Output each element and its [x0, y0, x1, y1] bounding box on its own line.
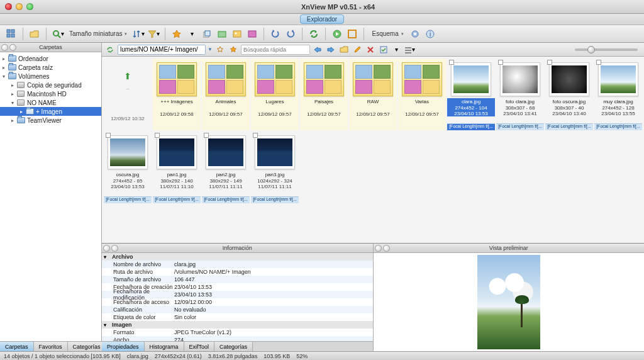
batch-icon[interactable]: [246, 28, 258, 40]
thumb-image[interactable]: foto clara.jpg308x307 - 6823/04/10 13:41…: [496, 59, 544, 130]
settings-icon[interactable]: [409, 28, 421, 40]
thumb-checkbox[interactable]: [596, 60, 601, 65]
thumb-image[interactable]: oscura.jpg274x452 - 8523/04/10 13:53[Foc…: [104, 132, 152, 203]
copy-icon[interactable]: [201, 28, 213, 40]
thumb-checkbox[interactable]: [204, 133, 209, 138]
tree-node[interactable]: ▾Volúmenes: [0, 72, 101, 81]
zoom-in-icon[interactable]: ▾: [52, 28, 64, 40]
info-section-header[interactable]: ▾Archivo: [102, 253, 373, 261]
grid-view-icon[interactable]: [5, 28, 18, 40]
info-panel-header: Información: [102, 244, 373, 253]
fullscreen-icon[interactable]: [346, 28, 358, 40]
view-mode-icon[interactable]: ▾: [391, 44, 402, 55]
tree-node[interactable]: ▸+ Imagen: [0, 107, 101, 116]
tab-exiftool[interactable]: ExifTool: [184, 342, 215, 351]
tab-properties[interactable]: Propiedades: [102, 342, 145, 351]
info-icon[interactable]: i: [424, 28, 436, 40]
thumb-folder[interactable]: Lugares12/09/12 09:57: [251, 59, 299, 130]
tab-explorer[interactable]: Explorador: [300, 14, 344, 24]
tag-icon[interactable]: ▾: [186, 28, 198, 40]
path-dropdown-icon[interactable]: ▼: [208, 47, 213, 52]
info-body[interactable]: ▾ArchivoNombre de archivoclara.jpgRuta d…: [102, 253, 373, 341]
thumb-folder[interactable]: Varias12/09/12 09:57: [398, 59, 446, 130]
svg-rect-7: [205, 31, 210, 36]
layout-dropdown[interactable]: Esquema: [369, 30, 406, 37]
tab-info-categories[interactable]: Categorías: [214, 342, 253, 351]
fav-add-icon[interactable]: [214, 44, 226, 55]
tab-favorites[interactable]: Favoritos: [34, 342, 68, 351]
filter-icon[interactable]: ▾: [147, 28, 160, 40]
panel-minimize-icon[interactable]: [9, 44, 16, 51]
select-all-icon[interactable]: [378, 44, 389, 55]
tree-node[interactable]: ▸TeamViewer: [0, 116, 101, 125]
tree-node[interactable]: ▸Carpeta raíz: [0, 63, 101, 72]
tab-categories[interactable]: Categorías: [68, 342, 106, 351]
thumb-folder[interactable]: Paisajes12/09/12 09:57: [300, 59, 348, 130]
thumb-image[interactable]: muy clara.jpg274x452 - 12823/04/10 13:55…: [594, 59, 642, 130]
zoom-window-button[interactable]: [26, 3, 33, 10]
thumb-folder[interactable]: Animales12/09/12 09:57: [202, 59, 250, 130]
thumb-checkbox[interactable]: [449, 60, 454, 65]
nav-refresh-icon[interactable]: [104, 44, 116, 55]
thumb-checkbox[interactable]: [498, 60, 503, 65]
nav-back-icon[interactable]: [312, 44, 323, 55]
main-area: ▼ ▾ ▾ ⬆..12/09/12 10:32+++ Imágenes12/09…: [102, 43, 644, 351]
info-section-header[interactable]: ▾Imagen: [102, 321, 373, 329]
star-icon[interactable]: [170, 28, 183, 40]
thumb-checkbox[interactable]: [106, 133, 111, 138]
up-arrow-icon: ⬆: [124, 71, 131, 81]
thumb-image[interactable]: pan2.jpg380x292 - 14911/07/11 11:11[Foca…: [202, 132, 250, 203]
preview-panel: Vista preliminar: [374, 244, 645, 351]
main-toolbar: ▾ Tamaño miniaturas ▾ ▾ ▾ Esquema i: [0, 25, 644, 43]
folder-tree[interactable]: ▸Ordenador▸Carpeta raíz▾Volúmenes▸Copia …: [0, 52, 101, 341]
tab-histogram[interactable]: Histograma: [145, 342, 184, 351]
minimize-window-button[interactable]: [16, 3, 23, 10]
rotate-right-icon[interactable]: [284, 28, 297, 40]
thumb-size-dropdown[interactable]: Tamaño miniaturas: [67, 30, 130, 37]
status-dimensions: 274x452x24 (0.61): [155, 353, 202, 359]
thumb-checkbox[interactable]: [253, 133, 258, 138]
tab-folders[interactable]: Carpetas: [0, 342, 34, 351]
thumb-image[interactable]: pan1.jpg380x292 - 14011/07/11 11:10[Foca…: [153, 132, 201, 203]
nav-forward-icon[interactable]: [325, 44, 336, 55]
rotate-left-icon[interactable]: [269, 28, 282, 40]
panel-minimize-icon[interactable]: [111, 245, 118, 252]
tree-node[interactable]: ▸Ordenador: [0, 54, 101, 63]
folder-add-icon[interactable]: [338, 44, 350, 55]
svg-rect-20: [405, 50, 411, 51]
thumb-parent[interactable]: ⬆..12/09/12 10:32: [104, 59, 152, 130]
convert-icon[interactable]: [216, 28, 228, 40]
thumbnail-area[interactable]: ⬆..12/09/12 10:32+++ Imágenes12/09/12 09…: [102, 57, 644, 243]
tree-node[interactable]: ▾NO NAME: [0, 98, 101, 107]
open-icon[interactable]: [28, 28, 41, 40]
tree-node[interactable]: ▸Macintosh HD: [0, 89, 101, 98]
close-window-button[interactable]: [5, 3, 12, 10]
svg-rect-1: [11, 30, 14, 33]
refresh-icon[interactable]: [308, 28, 320, 40]
thumb-image[interactable]: clara.jpg274x452 - 10423/04/10 13:53[Foc…: [447, 59, 495, 130]
search-input[interactable]: [241, 45, 310, 55]
panel-close-icon[interactable]: [103, 245, 110, 252]
delete-icon[interactable]: [365, 44, 376, 55]
thumb-checkbox[interactable]: [155, 133, 160, 138]
fav-icon[interactable]: [228, 44, 239, 55]
sort-icon[interactable]: ▾: [132, 28, 145, 40]
thumb-folder[interactable]: +++ Imágenes12/09/12 09:58: [153, 59, 201, 130]
preview-body[interactable]: [374, 253, 645, 351]
path-input[interactable]: [118, 45, 206, 55]
play-icon[interactable]: [331, 28, 343, 40]
thumb-zoom-slider[interactable]: [575, 48, 638, 51]
thumb-image[interactable]: pan3.jpg1024x292 - 32411/07/11 11:11[Foc…: [251, 132, 299, 203]
status-size: 103.95 KB: [264, 353, 290, 359]
list-mode-icon[interactable]: ▾: [404, 44, 416, 55]
thumb-folder[interactable]: RAW12/09/12 09:57: [349, 59, 397, 130]
edit-icon[interactable]: [352, 44, 363, 55]
panel-close-icon[interactable]: [1, 44, 8, 51]
preview-panel-title: Vista preliminar: [489, 245, 528, 251]
image-icon[interactable]: [231, 28, 243, 40]
panel-minimize-icon[interactable]: [383, 245, 390, 252]
thumb-checkbox[interactable]: [547, 60, 552, 65]
thumb-image[interactable]: foto oscura.jpg308x307 - 4023/04/10 13:4…: [545, 59, 593, 130]
panel-close-icon[interactable]: [375, 245, 382, 252]
tree-node[interactable]: ▸Copia de seguridad: [0, 81, 101, 89]
